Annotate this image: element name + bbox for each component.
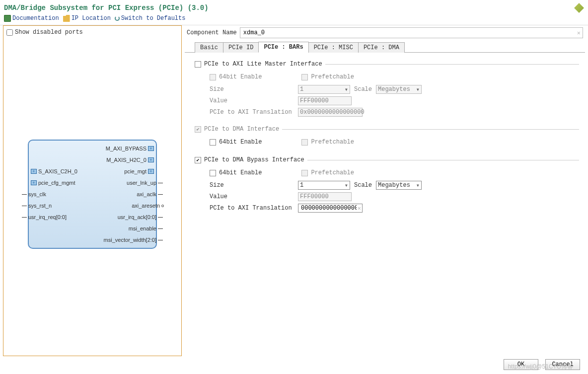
clear-icon[interactable]: ✕: [577, 29, 581, 37]
axi-lite-scale-label: Scale: [354, 86, 372, 93]
axi-lite-64bit-label: 64bit Enable: [219, 74, 262, 80]
ip-location-label: IP Location: [72, 15, 111, 22]
ok-button[interactable]: OK: [504, 359, 538, 370]
wire-inv-icon: [161, 205, 164, 207]
bypass-trans-input[interactable]: ✕: [298, 204, 363, 213]
port-msi-vector: msi_vector_width[2:0]: [104, 237, 156, 243]
bypass-prefetch-label: Prefetchable: [311, 169, 354, 176]
component-name-label: Component Name: [187, 29, 237, 36]
show-disabled-ports-label: Show disabled ports: [15, 29, 83, 36]
wire-icon: [22, 206, 27, 206]
divider: [325, 64, 579, 65]
dma-prefetch-label: Prefetchable: [311, 139, 354, 146]
port-icon: [31, 169, 37, 174]
bypass-64bit-label: 64bit Enable: [219, 169, 262, 176]
port-sys-rst: sys_rst_n: [28, 203, 52, 209]
switch-defaults-link[interactable]: Switch to Defaults: [115, 15, 186, 22]
port-usr-irq-ack: usr_irq_ack[0:0]: [118, 214, 156, 220]
bypass-scale-select[interactable]: Megabytes: [376, 181, 422, 190]
bypass-size-label: Size: [210, 182, 294, 189]
port-pcie-cfg: pcie_cfg_mgmt: [38, 180, 75, 186]
port-icon: [148, 169, 154, 174]
tab-pcie-id[interactable]: PCIe ID: [223, 42, 259, 53]
divider: [282, 129, 579, 130]
xilinx-logo-icon: [574, 3, 584, 13]
clear-icon[interactable]: ✕: [358, 205, 361, 212]
dma-group-title: PCIe to DMA Interface: [204, 126, 279, 133]
refresh-icon: [115, 16, 120, 21]
axi-lite-64bit-checkbox: [210, 74, 216, 80]
bypass-trans-label: PCIe to AXI Translation: [210, 205, 294, 212]
bypass-value-label: Value: [210, 193, 294, 200]
bypass-scale-label: Scale: [354, 182, 372, 189]
axi-lite-scale-select: Megabytes: [376, 85, 422, 94]
wire-icon: [158, 240, 163, 240]
axi-lite-trans-input: 0x0000000000000000: [298, 108, 363, 117]
port-msi-enable: msi_enable: [129, 225, 156, 231]
port-icon: [148, 157, 154, 162]
component-name-input[interactable]: ✕: [240, 27, 583, 38]
dma-prefetch-checkbox: [301, 139, 308, 146]
port-m-axis-h2c: M_AXIS_H2C_0: [106, 157, 147, 163]
bypass-value-input: FFF00000: [298, 192, 352, 201]
dma-64bit-checkbox[interactable]: [210, 139, 216, 146]
port-axi-aresetn: axi_aresetn: [132, 203, 160, 209]
book-icon: [4, 15, 11, 22]
wire-icon: [158, 217, 163, 218]
folder-icon: [63, 15, 70, 22]
bypass-prefetch-checkbox: [301, 170, 308, 176]
port-usr-irq-req: usr_irq_req[0:0]: [28, 214, 67, 220]
axi-lite-trans-label: PCIe to AXI Translation: [210, 109, 294, 116]
show-disabled-ports-checkbox[interactable]: Show disabled ports: [6, 29, 178, 36]
cancel-button[interactable]: Cancel: [545, 359, 580, 370]
ip-block-diagram: M_AXI_BYPASS M_AXIS_H2C_0 S_AXIS_C2H_0pc…: [28, 140, 157, 249]
bypass-64bit-checkbox[interactable]: [210, 170, 216, 176]
tab-basic[interactable]: Basic: [195, 42, 223, 53]
wire-icon: [158, 183, 163, 183]
documentation-label: Documentation: [12, 15, 59, 22]
axi-lite-group-title: PCIe to AXI Lite Master Interface: [204, 61, 322, 68]
port-icon: [31, 180, 37, 185]
wire-icon: [22, 194, 27, 195]
axi-lite-prefetch-label: Prefetchable: [311, 74, 354, 80]
axi-lite-value-label: Value: [210, 97, 294, 104]
divider: [307, 160, 579, 160]
toolbar: Documentation IP Location Switch to Defa…: [0, 14, 588, 25]
block-diagram-panel: Show disabled ports M_AXI_BYPASS M_AXIS_…: [3, 25, 182, 356]
port-m-axi-bypass: M_AXI_BYPASS: [106, 146, 147, 151]
bypass-group-title: PCIe to DMA Bypass Interface: [204, 156, 304, 163]
wire-icon: [158, 228, 163, 229]
tab-bar: Basic PCIe ID PCIe : BARs PCIe : MISC PC…: [185, 41, 585, 53]
port-s-axis-c2h: S_AXIS_C2H_0: [38, 168, 77, 174]
axi-lite-value-input: FFF00000: [298, 96, 352, 105]
dma-64bit-label: 64bit Enable: [219, 139, 262, 146]
page-title: DMA/Bridge Subsystem for PCI Express (PC…: [4, 4, 209, 12]
dma-enable-checkbox: [195, 126, 201, 133]
wire-icon: [22, 217, 27, 218]
port-user-lnk-up: user_lnk_up: [127, 180, 156, 186]
wire-icon: [158, 194, 163, 195]
axi-lite-prefetch-checkbox: [301, 74, 308, 80]
axi-lite-size-label: Size: [210, 86, 294, 93]
documentation-link[interactable]: Documentation: [4, 15, 59, 22]
switch-defaults-label: Switch to Defaults: [121, 15, 186, 22]
axi-lite-enable-checkbox[interactable]: [195, 61, 201, 68]
bypass-enable-checkbox[interactable]: [195, 157, 201, 163]
port-pcie-mgt: pcie_mgt: [124, 168, 147, 174]
bypass-size-select[interactable]: 1: [298, 181, 350, 190]
tab-pcie-misc[interactable]: PCIe : MISC: [308, 42, 359, 53]
ip-location-link[interactable]: IP Location: [63, 15, 111, 22]
port-sys-clk: sys_clk: [28, 191, 46, 197]
tab-pcie-bars[interactable]: PCIe : BARs: [258, 42, 308, 53]
axi-lite-size-select: 1: [298, 85, 350, 94]
tab-pcie-dma[interactable]: PCIe : DMA: [358, 42, 405, 53]
port-axi-aclk: axi_aclk: [137, 191, 156, 197]
port-icon: [148, 146, 154, 151]
